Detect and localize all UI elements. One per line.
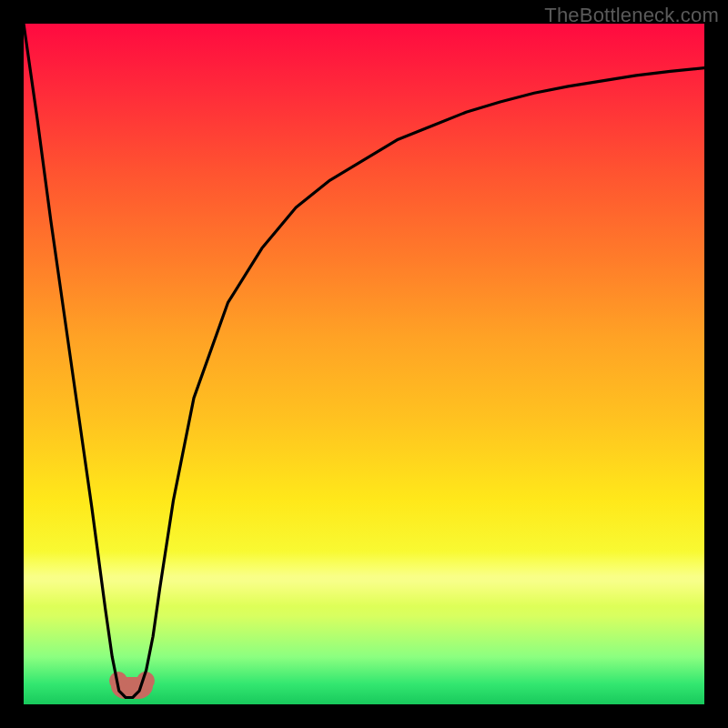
chart-plot-area xyxy=(24,24,704,704)
highlight-band xyxy=(24,551,704,606)
min-marker-blob xyxy=(111,677,153,699)
